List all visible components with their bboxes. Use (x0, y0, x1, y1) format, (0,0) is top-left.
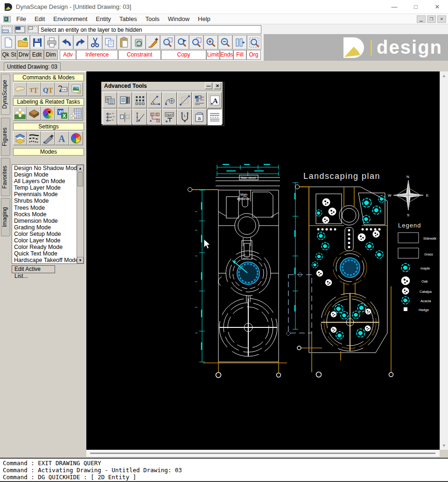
purge-button[interactable] (131, 35, 146, 50)
zoom-selection-button[interactable] (247, 35, 261, 50)
mode-item[interactable]: Perennials Mode (12, 191, 84, 198)
menu-help[interactable]: Help (194, 14, 215, 24)
mode-item[interactable]: Dimension Mode (12, 218, 84, 224)
tab-org[interactable]: Org (246, 50, 261, 60)
tab-constraint[interactable]: Constraint (118, 50, 161, 60)
tab-qkst[interactable]: Qk St (1, 50, 17, 60)
menu-environment[interactable]: Environment (49, 14, 91, 24)
array-tool[interactable] (133, 92, 147, 108)
mode-item[interactable]: Temp Layer Mode (12, 184, 84, 191)
mode-item[interactable]: All Layers On Mode (12, 178, 84, 184)
mode-item[interactable]: Design Mode (12, 171, 84, 178)
maximize-button[interactable]: □ (405, 0, 427, 14)
tab-drw[interactable]: Drw (17, 50, 30, 60)
scrollbar-thumb[interactable] (77, 172, 83, 186)
match-properties-button[interactable] (146, 35, 160, 50)
copy-button[interactable] (102, 35, 117, 50)
menu-tables[interactable]: Tables (115, 14, 141, 24)
color-label-button[interactable] (41, 106, 55, 120)
tab-dim[interactable]: Dim (44, 50, 58, 60)
redo-button[interactable] (73, 35, 88, 50)
pan-view-button[interactable] (232, 35, 247, 50)
command-console[interactable]: Command : EXIT DRAWING QUERY Command : A… (0, 458, 448, 482)
sidebar-tab-imaging[interactable]: Imaging (1, 198, 10, 236)
text-tt-button[interactable]: T T (27, 82, 41, 96)
color-settings-button[interactable] (69, 131, 83, 145)
scroll-up-icon[interactable]: ▲ (77, 165, 84, 171)
minimize-button[interactable]: — (384, 0, 405, 14)
rotate-text-tool[interactable]: a (192, 109, 207, 125)
linestyle-button[interactable] (27, 131, 41, 145)
select-window-button[interactable] (1, 25, 13, 34)
tab-adv[interactable]: Adv (60, 50, 76, 60)
material-label-button[interactable] (27, 106, 41, 120)
aligned-dimension-tool[interactable] (177, 92, 192, 108)
drawing-canvas[interactable]: Main street Main entrance (86, 71, 440, 450)
office-export-button[interactable]: W X (55, 106, 69, 120)
mode-item[interactable]: Shrubs Mode (12, 198, 84, 204)
open-button[interactable] (15, 35, 30, 50)
block-list-tool[interactable] (192, 92, 207, 108)
select-entity-button[interactable] (27, 25, 39, 34)
new-document-button[interactable] (1, 35, 15, 50)
mode-item[interactable]: Rocks Mode (12, 211, 84, 218)
tab-limit[interactable]: Limit (206, 50, 220, 60)
plant-table-button[interactable] (69, 106, 83, 120)
zoom-previous-button[interactable] (160, 35, 175, 50)
palette-close-button[interactable]: ✕ (214, 83, 221, 89)
print-button[interactable] (44, 35, 59, 50)
modes-scrollbar[interactable]: ▲ ▼ (77, 165, 84, 263)
close-button[interactable]: ✕ (427, 0, 448, 14)
zoom-in-button[interactable] (203, 35, 218, 50)
curve-dimension-tool[interactable] (162, 92, 177, 108)
palette-minimize-button[interactable]: — (205, 83, 212, 89)
quick-text-button[interactable]: Q T (41, 82, 55, 96)
mdi-close-button[interactable]: ✕ (437, 15, 446, 23)
menu-entity[interactable]: Entity (91, 14, 115, 24)
text-insert-tool[interactable]: TEXT (162, 109, 177, 125)
menu-window[interactable]: Window (164, 14, 194, 24)
shape-tool-button[interactable] (13, 82, 27, 96)
text-style-tool[interactable]: A (207, 92, 222, 108)
canvas-horizontal-scrollbar[interactable] (86, 450, 440, 457)
layers-button[interactable] (13, 131, 27, 145)
canvas-vertical-scrollbar[interactable]: ▲ ▼ (440, 71, 448, 450)
scroll-down-icon[interactable]: ▼ (77, 257, 84, 263)
leader-line-tool[interactable] (133, 109, 147, 125)
tab-ends[interactable]: Ends (220, 50, 233, 60)
ordinate-dimension-tool[interactable] (103, 109, 117, 125)
mode-item[interactable]: Color Ready Mode (12, 244, 84, 250)
sidebar-tab-dynascape[interactable]: DynaScape (1, 74, 10, 115)
zoom-dynamic-button[interactable] (175, 35, 189, 50)
edit-active-list-button[interactable]: Edit Active List... (12, 265, 55, 273)
scroll-up-icon[interactable]: ▲ (441, 73, 447, 78)
tab-edit[interactable]: Edit (30, 50, 44, 60)
menu-tools[interactable]: Tools (141, 14, 163, 24)
figure-page-button[interactable] (69, 82, 83, 96)
line-spacing-tool[interactable] (207, 109, 222, 125)
radius-shape-tool[interactable]: L (177, 109, 192, 125)
mdi-minimize-button[interactable]: ▁ (417, 15, 426, 23)
menu-file[interactable]: File (12, 14, 30, 24)
save-button[interactable] (30, 35, 44, 50)
tab-inference[interactable]: Inference (76, 50, 118, 60)
scroll-down-icon[interactable]: ▼ (441, 443, 447, 448)
sidebar-tab-figures[interactable]: Figures (1, 118, 10, 156)
plant-label-button[interactable] (13, 106, 27, 120)
tab-copy[interactable]: Copy (161, 50, 206, 60)
mode-item[interactable]: Color Layer Mode (12, 237, 84, 244)
align-objects-tool[interactable] (118, 109, 132, 125)
palette-titlebar[interactable]: Advanced Tools — ✕ (101, 82, 223, 91)
pen-settings-button[interactable] (41, 131, 55, 145)
mode-item[interactable]: Trees Mode (12, 205, 84, 211)
zoom-window-button[interactable] (189, 35, 203, 50)
cut-button[interactable] (88, 35, 102, 50)
drawing-tab[interactable]: Untitled Drawing: 03 (4, 62, 61, 71)
command-prompt-input[interactable] (38, 25, 261, 34)
zoom-out-button[interactable] (218, 35, 232, 50)
mode-item[interactable]: Grading Mode (12, 224, 84, 231)
paste-button[interactable] (117, 35, 131, 50)
mdi-restore-button[interactable]: ❐ (427, 15, 436, 23)
scrollbar-thumb[interactable] (90, 453, 435, 454)
mode-item[interactable]: Color Setup Mode (12, 231, 84, 237)
